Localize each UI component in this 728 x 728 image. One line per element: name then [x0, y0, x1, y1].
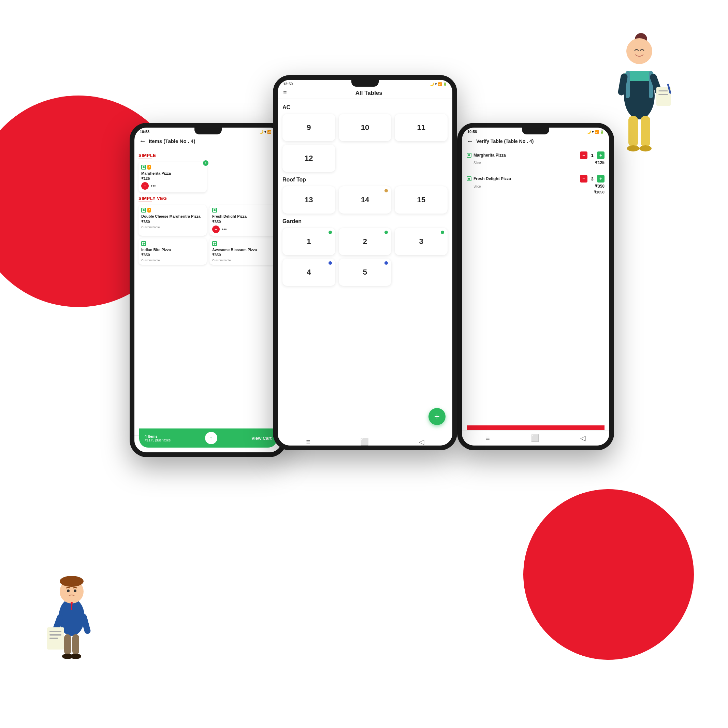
- item-icons: [212, 241, 275, 246]
- left-header: ← Items (Table No . 4): [135, 135, 282, 148]
- back-arrow-icon[interactable]: ←: [139, 137, 146, 145]
- item-actions: − •••: [212, 225, 275, 233]
- table-11[interactable]: 11: [395, 114, 448, 141]
- table-9[interactable]: 9: [283, 114, 335, 141]
- verify-content: Margherita Pizza − 1 + Slice ₹125: [462, 148, 609, 425]
- item-margherita-pizza[interactable]: 1 J Margherita Pizza ₹125 − •••: [139, 162, 207, 193]
- ac-tables-grid: 9 10 11 12: [283, 114, 448, 172]
- item-name: Fresh Delight Pizza: [212, 214, 275, 219]
- svg-point-31: [627, 145, 639, 151]
- nav-home-icon[interactable]: ⬜: [531, 434, 539, 442]
- item-fresh-delight[interactable]: Fresh Delight Pizza ₹350 − •••: [210, 205, 278, 236]
- view-cart-button[interactable]: View Cart: [251, 436, 272, 441]
- minus-button[interactable]: −: [212, 225, 220, 233]
- phone-center-notch: [352, 80, 379, 87]
- qty-plus-button[interactable]: +: [597, 175, 604, 182]
- table-5[interactable]: 5: [339, 258, 392, 286]
- cart-bar[interactable]: 4 Items ₹1175 plus taxes ↑ View Cart: [139, 428, 277, 448]
- svg-point-3: [67, 589, 70, 592]
- more-button[interactable]: •••: [151, 183, 156, 189]
- table-1[interactable]: 1: [283, 228, 335, 255]
- all-tables-title: All Tables: [291, 90, 447, 96]
- verify-item-name: Fresh Delight Pizza: [474, 176, 511, 181]
- table-dot-blue: [384, 261, 388, 265]
- table-4[interactable]: 4: [283, 258, 335, 286]
- more-button[interactable]: •••: [222, 226, 227, 232]
- table-10[interactable]: 10: [339, 114, 392, 141]
- item-name: Double Cheese Margheritra Pizza: [141, 214, 204, 219]
- items-page-title: Items (Table No . 4): [149, 138, 195, 144]
- section-rooftop-label: Roof Top: [283, 177, 448, 183]
- minus-button[interactable]: −: [141, 182, 149, 190]
- verify-header: ← Verify Table (Table No . 4): [462, 135, 609, 148]
- item-customizable: Customizable: [212, 258, 275, 262]
- svg-rect-13: [72, 634, 79, 655]
- wifi-icon: ▾: [435, 82, 437, 86]
- phone-left-notch: [194, 128, 222, 135]
- add-table-fab[interactable]: +: [428, 408, 445, 425]
- table-dot-occupied: [384, 189, 388, 193]
- tables-content: AC 9 10 11 12 Roof Top 13 14 15: [278, 99, 452, 434]
- rooftop-tables-grid: 13 14 15: [283, 186, 448, 214]
- phones-wrapper: 10:58 🌙 ▾ 📶 🔋 ← Items (Table No . 4) SIM…: [109, 55, 621, 668]
- table-15[interactable]: 15: [395, 186, 448, 214]
- left-status-time: 10:58: [140, 130, 150, 134]
- nav-back-icon[interactable]: ◁: [580, 434, 586, 442]
- simple-items-grid: 1 J Margherita Pizza ₹125 − •••: [139, 162, 278, 193]
- center-status-time: 12:50: [283, 82, 293, 86]
- svg-rect-9: [49, 634, 61, 636]
- table-13[interactable]: 13: [283, 186, 335, 214]
- table-3[interactable]: 3: [395, 228, 448, 255]
- item-customizable: Customizable: [141, 258, 204, 262]
- phone-right-screen: 10:58 🌙 ▾ 📶 🔋 ← Verify Table (Table No .…: [462, 128, 609, 445]
- back-arrow-icon[interactable]: ←: [467, 137, 474, 145]
- veg-icon: [141, 165, 146, 170]
- battery-icon: 🔋: [443, 82, 447, 86]
- item-indian-bite[interactable]: Indian Bite Pizza ₹350 Customizable: [139, 239, 207, 265]
- veg-icon: [141, 208, 146, 213]
- table-2[interactable]: 2: [339, 228, 392, 255]
- nav-home-icon[interactable]: ⬜: [360, 438, 369, 445]
- section-ac-label: AC: [283, 104, 448, 110]
- filter-icon[interactable]: ≡: [283, 89, 287, 96]
- veg-icon: [141, 241, 146, 246]
- section-garden-label: Garden: [283, 218, 448, 225]
- moon-icon: 🌙: [259, 130, 263, 134]
- item-price: ₹350: [212, 253, 275, 257]
- garden-tables-grid: 1 2 3 4 5: [283, 228, 448, 286]
- waiter-character: [41, 551, 102, 667]
- jain-badge: J: [147, 165, 151, 170]
- item-double-cheese[interactable]: J Double Cheese Margheritra Pizza ₹350 C…: [139, 205, 207, 236]
- svg-point-17: [626, 38, 652, 64]
- battery-icon: 🔋: [600, 130, 604, 134]
- phone-left-screen: 10:58 🌙 ▾ 📶 🔋 ← Items (Table No . 4) SIM…: [135, 128, 282, 452]
- category-simply-veg-underline: [139, 202, 152, 202]
- item-qty-badge: 1: [203, 161, 208, 166]
- cart-upload-button[interactable]: ↑: [205, 432, 217, 444]
- qty-plus-button[interactable]: +: [597, 151, 604, 159]
- phone-right: 10:58 🌙 ▾ 📶 🔋 ← Verify Table (Table No .…: [457, 123, 614, 450]
- item-price: ₹125: [141, 176, 204, 181]
- table-12[interactable]: 12: [283, 145, 335, 172]
- svg-rect-29: [629, 116, 638, 147]
- verify-item-fresh-delight: Fresh Delight Pizza − 3 + Slice ₹350 ₹10…: [467, 175, 604, 198]
- qty-minus-button[interactable]: −: [580, 175, 587, 182]
- svg-rect-12: [64, 634, 71, 655]
- item-icons: [212, 208, 275, 213]
- item-name: Margherita Pizza: [141, 171, 204, 176]
- item-awesome-blossom[interactable]: Awesome Blossom Pizza ₹350 Customizable: [210, 239, 278, 265]
- nav-menu-icon[interactable]: ≡: [486, 434, 490, 442]
- items-content: SIMPLE 1 J Margherita Pizza ₹125 − •••: [135, 148, 282, 435]
- nav-menu-icon[interactable]: ≡: [306, 438, 310, 446]
- qty-control-1: − 1 +: [580, 151, 604, 159]
- nav-back-icon[interactable]: ◁: [419, 438, 424, 445]
- table-14[interactable]: 14: [339, 186, 392, 214]
- svg-point-4: [74, 589, 76, 592]
- item-name: Indian Bite Pizza: [141, 247, 204, 252]
- wifi-icon: ▾: [265, 130, 266, 134]
- all-tables-header: ≡ All Tables: [278, 87, 452, 99]
- svg-rect-25: [656, 87, 671, 106]
- item-price: ₹350: [141, 220, 204, 224]
- qty-minus-button[interactable]: −: [580, 151, 587, 159]
- qty-value: 3: [589, 176, 595, 182]
